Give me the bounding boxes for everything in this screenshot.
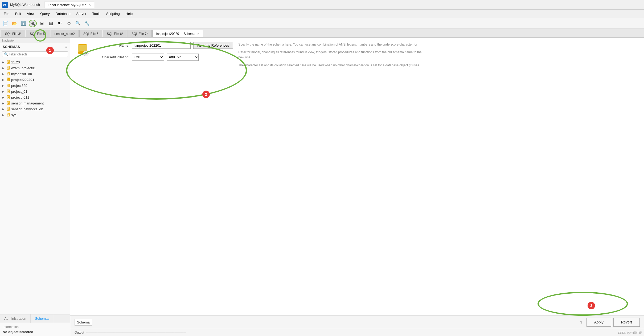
schema-name: project202201 — [11, 78, 34, 82]
arrow-icon: ▶ — [2, 102, 5, 105]
schema-item-project329[interactable]: ▶ 🗄 project329 — [0, 83, 70, 88]
menu-query[interactable]: Query — [38, 11, 52, 17]
output-divider: ────────────────────────────────────────… — [86, 331, 186, 334]
menu-help[interactable]: Help — [123, 11, 136, 17]
toolbar-connect-btn[interactable]: 🔌 — [29, 20, 37, 27]
tab-close-icon[interactable]: ✕ — [197, 32, 199, 35]
db-cylinder-icon: 🗄 — [6, 107, 10, 111]
output-label: Output — [75, 331, 84, 334]
schema-name: exam_project01 — [11, 66, 36, 70]
schema-icon: ⊞ — [40, 21, 44, 26]
db-cylinder-icon: 🗄 — [6, 113, 10, 117]
sidebar: Navigator SCHEMAS ≡ 🔍 ▶ 🗄 11.20 ▶ 🗄 exam — [0, 38, 70, 336]
charset-select[interactable]: utf8 utf16 latin1 — [132, 54, 164, 61]
connect-icon: 🔌 — [30, 21, 35, 26]
menu-bar: File Edit View Query Database Server Too… — [0, 10, 644, 18]
schemas-expand-icon[interactable]: ≡ — [65, 44, 67, 49]
collation-select[interactable]: utf8_bin utf8_general_ci — [167, 54, 199, 61]
toolbar-plugin-btn[interactable]: 🔧 — [83, 20, 91, 27]
filter-input[interactable] — [9, 52, 66, 56]
schema-name: project_011 — [11, 95, 29, 99]
sidebar-info: Information No object selected — [0, 323, 70, 336]
schema-editor-icon-container: ⚙ — [76, 42, 89, 68]
tab-sql-file-5b[interactable]: SQL File 5 — [79, 30, 102, 37]
title-bar: W MySQL Workbench Local instance MySQL57… — [0, 0, 644, 10]
app-title: MySQL Workbench — [10, 3, 40, 7]
toolbar: 📄 📂 ℹ️ 🔌 ⊞ ▦ 👁 ⚙ 🔍 🔧 — [0, 18, 644, 29]
toolbar-info-btn[interactable]: ℹ️ — [20, 20, 28, 27]
open-icon: 📂 — [12, 21, 17, 26]
svg-text:W: W — [3, 3, 6, 7]
view-icon: 👁 — [58, 21, 62, 26]
db-cylinder-icon: 🗄 — [6, 72, 10, 76]
schema-item-1120[interactable]: ▶ 🗄 11.20 — [0, 59, 70, 65]
menu-file[interactable]: File — [1, 11, 12, 17]
schema-item-sys[interactable]: ▶ 🗄 sys — [0, 112, 70, 118]
tab-bar: SQL File 3* SQL File 5* sensor_node2 SQL… — [0, 29, 644, 38]
charset-label: Charset/Collation: — [95, 55, 129, 59]
desc-text-2: Refactor model, changing all references … — [238, 50, 425, 60]
db-large-icon: ⚙ — [76, 43, 89, 56]
charset-field-row: Charset/Collation: utf8 utf16 latin1 utf… — [95, 54, 233, 61]
schema-item-mysensor[interactable]: ▶ 🗄 mysensor_db — [0, 71, 70, 77]
revert-button[interactable]: Revert — [613, 318, 640, 327]
annotation-badge-3: 3 — [588, 302, 595, 309]
menu-edit[interactable]: Edit — [13, 11, 24, 17]
schemas-tab[interactable]: Schemas — [31, 314, 54, 323]
tab-sensor-node2[interactable]: sensor_node2 — [51, 30, 79, 37]
bottom-action-bar: Schema 3 Apply Revert — [70, 315, 644, 329]
badge3-label: 3 — [580, 320, 582, 324]
main-tab-label: Local instance MySQL57 — [48, 3, 86, 7]
form-fields: Name: Rename References Charset/Collatio… — [95, 42, 233, 68]
schema-item-sensor-net[interactable]: ▶ 🗄 sensor_networks_db — [0, 106, 70, 112]
menu-scripting[interactable]: Scripting — [104, 11, 122, 17]
toolbar-new-query-btn[interactable]: 📄 — [2, 20, 10, 27]
rename-references-button[interactable]: Rename References — [193, 42, 233, 49]
content-area: ⚙ Name: Rename References — [70, 38, 644, 336]
output-bar: Output ─────────────────────────────────… — [70, 329, 644, 336]
schema-name: sensor_networks_db — [11, 107, 43, 111]
desc-text-1: Specify the name of the schema here. You… — [238, 42, 425, 47]
toolbar-view-btn[interactable]: 👁 — [56, 20, 64, 27]
tab-sql-file-6[interactable]: SQL File 6* — [103, 30, 127, 37]
toolbar-proc-btn[interactable]: ⚙ — [65, 20, 73, 27]
schema-item-project202201[interactable]: ▶ 🗄 project202201 — [0, 77, 70, 83]
schema-item-project011[interactable]: ▶ 🗄 project_011 — [0, 94, 70, 100]
schema-bottom-tab[interactable]: Schema — [75, 319, 92, 326]
tab-label: sensor_node2 — [55, 32, 75, 36]
administration-tab[interactable]: Administration — [0, 314, 31, 323]
tab-lanproject-schema[interactable]: lanproject202201 - Schema ✕ — [152, 30, 203, 37]
tab-label: SQL File 3* — [5, 32, 21, 36]
procedure-icon: ⚙ — [67, 21, 71, 26]
tab-sql-file-5a[interactable]: SQL File 5* — [26, 30, 50, 37]
main-tab[interactable]: Local instance MySQL57 ✕ — [44, 2, 94, 8]
schema-name: 11.20 — [11, 60, 20, 64]
schema-item-sensor-mgmt[interactable]: ▶ 🗄 sensor_management — [0, 100, 70, 106]
menu-server[interactable]: Server — [73, 11, 89, 17]
tab-sql-file-3[interactable]: SQL File 3* — [1, 30, 25, 37]
toolbar-open-btn[interactable]: 📂 — [11, 20, 19, 27]
annotation-badge-1: 1 — [46, 47, 54, 54]
schema-name: project_01 — [11, 90, 27, 94]
arrow-icon: ▶ — [2, 108, 5, 111]
schema-name-input[interactable] — [132, 42, 191, 49]
toolbar-search-btn[interactable]: 🔍 — [74, 20, 82, 27]
toolbar-table-btn[interactable]: ▦ — [47, 20, 55, 27]
main-container: Navigator SCHEMAS ≡ 🔍 ▶ 🗄 11.20 ▶ 🗄 exam — [0, 38, 644, 336]
tab-sql-file-7[interactable]: SQL File 7* — [128, 30, 152, 37]
navigator-label: Navigator — [0, 38, 70, 43]
menu-database[interactable]: Database — [53, 11, 73, 17]
name-label: Name: — [95, 43, 129, 47]
arrow-icon: ▶ — [2, 67, 5, 70]
apply-button[interactable]: Apply — [586, 318, 611, 327]
menu-view[interactable]: View — [24, 11, 37, 17]
annotation-badge-2: 2 — [202, 91, 210, 98]
schema-name: sensor_management — [11, 101, 44, 105]
toolbar-schema-btn[interactable]: ⊞ — [38, 20, 46, 27]
schemas-section-header: SCHEMAS ≡ — [0, 43, 70, 50]
schema-item-exam[interactable]: ▶ 🗄 exam_project01 — [0, 65, 70, 71]
schema-list: ▶ 🗄 11.20 ▶ 🗄 exam_project01 ▶ 🗄 mysenso… — [0, 58, 70, 314]
schema-item-project01[interactable]: ▶ 🗄 project_01 — [0, 88, 70, 94]
main-tab-close-icon[interactable]: ✕ — [88, 3, 91, 7]
menu-tools[interactable]: Tools — [90, 11, 103, 17]
